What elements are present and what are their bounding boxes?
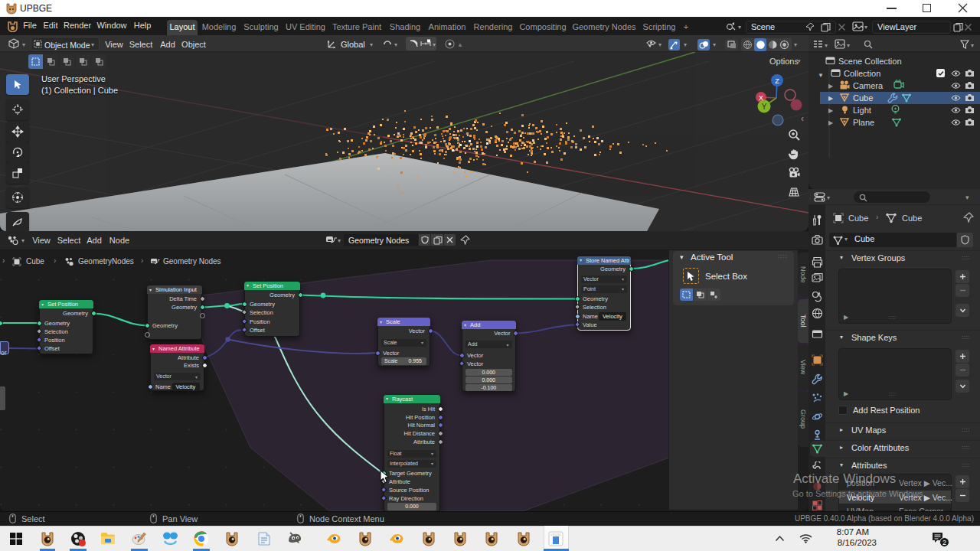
svg-text:Y: Y (762, 103, 767, 111)
svg-text:Z: Z (775, 77, 779, 85)
